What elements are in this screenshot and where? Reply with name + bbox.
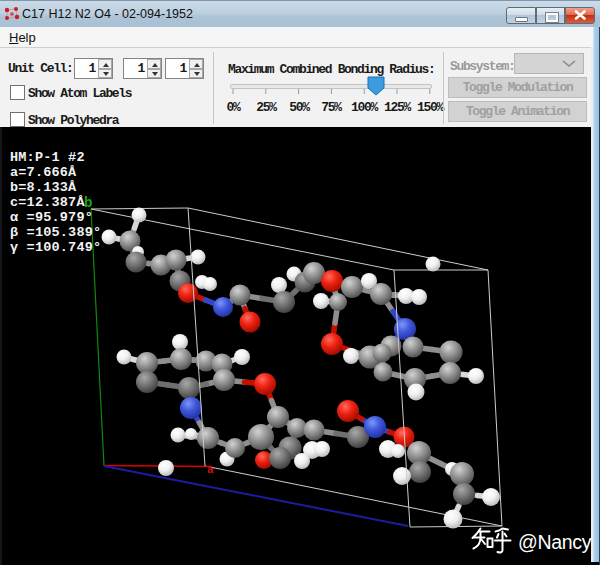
svg-text:b=8.133Å: b=8.133Å xyxy=(10,180,77,195)
svg-text:α =95.979°: α =95.979° xyxy=(10,210,93,225)
svg-text:b: b xyxy=(84,195,92,211)
svg-text:c=12.387Å: c=12.387Å xyxy=(10,195,85,210)
svg-text:γ =100.749°: γ =100.749° xyxy=(10,240,101,255)
svg-text:HM:P-1 #2: HM:P-1 #2 xyxy=(10,150,85,165)
svg-text:β =105.389°: β =105.389° xyxy=(10,225,101,240)
svg-text:@Nancy: @Nancy xyxy=(518,531,592,553)
svg-text:a: a xyxy=(207,464,214,476)
svg-text:a=7.666Å: a=7.666Å xyxy=(10,165,77,180)
